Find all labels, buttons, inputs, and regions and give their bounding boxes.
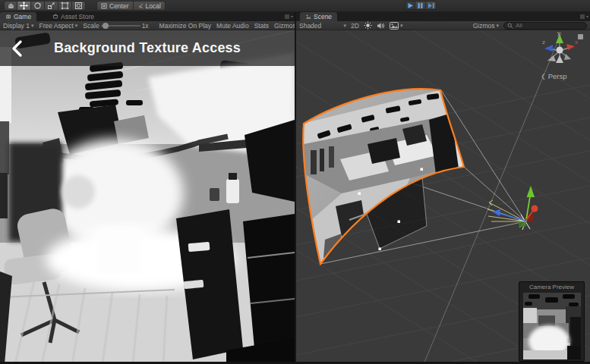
- center-pivot-icon: [101, 3, 107, 9]
- transform-combined-icon: [74, 2, 83, 10]
- scale-value: 1x: [142, 22, 149, 30]
- pivot-mode-label: Center: [109, 2, 129, 10]
- chevron-down-icon: ▾: [343, 23, 346, 29]
- scene-audio-icon[interactable]: [377, 22, 385, 30]
- local-rotation-icon: [137, 3, 144, 9]
- hand-tool-button[interactable]: [4, 1, 17, 11]
- rect-tool-button[interactable]: [58, 1, 72, 11]
- tab-asset-store-label: Asset Store: [61, 13, 94, 20]
- scene-lighting-icon[interactable]: [364, 21, 372, 30]
- scene-gizmos-label: Gizmos: [473, 22, 495, 30]
- gizmo-center-ball[interactable]: [557, 47, 563, 54]
- scale-slider[interactable]: Scale 1x: [83, 22, 148, 30]
- main-toolbar: Center Local: [0, 0, 590, 12]
- rotate-icon: [33, 2, 42, 10]
- scale-slider-knob[interactable]: [103, 23, 109, 29]
- x-axis-ball: [532, 206, 538, 212]
- game-view[interactable]: Background Texture Access: [0, 30, 295, 364]
- camera-preview-image: [523, 293, 581, 359]
- shading-mode-dropdown[interactable]: Shaded▾: [299, 22, 346, 30]
- scene-gizmos-dropdown[interactable]: Gizmos▾: [473, 22, 499, 30]
- scale-tool-button[interactable]: [45, 1, 58, 11]
- unity-editor-window: Center Local: [0, 0, 590, 364]
- stats-toggle[interactable]: Stats: [254, 22, 269, 30]
- projection-mode-button[interactable]: ❮ Persp: [541, 72, 567, 80]
- tab-game[interactable]: Game: [0, 12, 36, 21]
- camera-preview-label: Camera Preview: [519, 282, 584, 290]
- camera-preview-panel: Camera Preview: [519, 281, 585, 362]
- asset-store-tab-icon: [52, 14, 58, 20]
- display-dropdown[interactable]: Display 1▾: [3, 22, 33, 30]
- move-tool-button[interactable]: [17, 1, 31, 11]
- scene-view-toolbar: Shaded▾ 2D ▾ Gizmos▾: [296, 21, 590, 30]
- scene-menu-cube-icon[interactable]: [578, 34, 583, 39]
- axis-z-label: z: [542, 39, 545, 46]
- pivot-mode-button[interactable]: Center: [96, 1, 134, 11]
- scale-slider-track[interactable]: [101, 25, 140, 27]
- mute-audio-toggle[interactable]: Mute Audio: [216, 22, 249, 30]
- game-view-toolbar: Display 1▾ Free Aspect▾ Scale 1x Maximiz…: [0, 21, 295, 30]
- scene-effects-icon: [390, 22, 399, 30]
- rotate-tool-button[interactable]: [31, 1, 45, 11]
- scale-icon: [47, 2, 55, 10]
- scene-effects-dropdown[interactable]: ▾: [390, 22, 403, 30]
- play-button[interactable]: [405, 1, 415, 10]
- scene-view[interactable]: y x z ❮ Persp Camera Preview: [296, 30, 590, 364]
- chevron-down-icon: ▾: [496, 23, 499, 29]
- game-tab-icon: [5, 14, 11, 20]
- display-dropdown-label: Display 1: [3, 22, 30, 30]
- playmode-controls: [405, 1, 437, 10]
- axis-y-label: y: [557, 30, 560, 36]
- transform-tool-button[interactable]: [72, 1, 86, 11]
- game-gizmos-label: Gizmos: [274, 22, 296, 30]
- chevron-down-icon: ▾: [75, 23, 78, 29]
- step-icon: [428, 2, 435, 9]
- scene-search-input[interactable]: [516, 22, 576, 29]
- pause-icon: [417, 2, 424, 9]
- game-ui-title: Background Texture Access: [0, 40, 295, 56]
- pivot-toggle-group: Center Local: [96, 1, 166, 11]
- play-icon: [407, 2, 414, 9]
- step-button[interactable]: [426, 1, 437, 10]
- hand-icon: [7, 2, 15, 10]
- game-panel-menu-icon[interactable]: [284, 14, 293, 20]
- maximize-on-play-label: Maximize On Play: [159, 22, 212, 30]
- tab-scene[interactable]: Scene: [300, 12, 337, 21]
- projection-mode-label: Persp: [548, 72, 567, 80]
- search-icon: [507, 23, 513, 29]
- tab-game-label: Game: [14, 13, 31, 20]
- pause-button[interactable]: [415, 1, 426, 10]
- scene-panel-menu-icon[interactable]: [579, 14, 588, 20]
- move-icon: [20, 2, 28, 10]
- shading-mode-label: Shaded: [299, 22, 321, 30]
- rect-transform-icon: [61, 2, 69, 10]
- persp-arrow-icon: ❮: [541, 73, 546, 80]
- chevron-down-icon: ▾: [31, 23, 34, 29]
- game-ui-title-bar: Background Texture Access: [0, 30, 295, 66]
- mute-audio-label: Mute Audio: [216, 22, 249, 30]
- aspect-dropdown-label: Free Aspect: [39, 22, 73, 30]
- rotation-mode-button[interactable]: Local: [134, 1, 166, 11]
- rotation-mode-label: Local: [146, 2, 161, 10]
- pane-divider[interactable]: [295, 12, 296, 364]
- game-camera-feed-image: [0, 30, 295, 364]
- transform-tools: [4, 1, 86, 11]
- axis-x-label: x: [575, 39, 578, 46]
- scene-search-box[interactable]: [503, 22, 587, 30]
- chevron-down-icon: ▾: [400, 23, 403, 29]
- scene-tab-icon: [305, 14, 311, 20]
- stats-label: Stats: [254, 22, 269, 30]
- tab-scene-label: Scene: [314, 13, 332, 20]
- gizmo-green-plane: [519, 221, 527, 227]
- toggle-2d[interactable]: 2D: [351, 22, 359, 30]
- tab-asset-store[interactable]: Asset Store: [47, 12, 99, 21]
- toggle-2d-label: 2D: [351, 22, 359, 30]
- aspect-dropdown[interactable]: Free Aspect▾: [39, 22, 77, 30]
- maximize-on-play-toggle[interactable]: Maximize On Play: [159, 22, 212, 30]
- scale-label: Scale: [83, 22, 99, 30]
